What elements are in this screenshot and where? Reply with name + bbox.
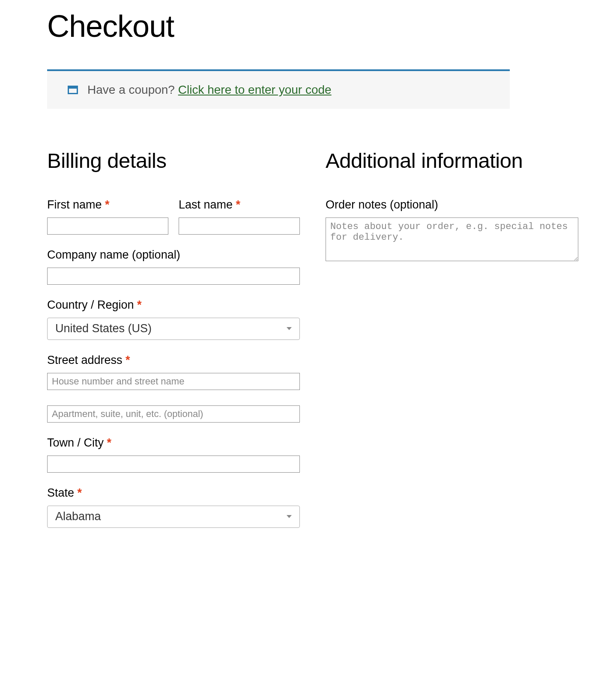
required-star: * <box>107 436 112 449</box>
state-select[interactable]: Alabama <box>47 506 300 528</box>
billing-heading: Billing details <box>47 147 300 175</box>
coupon-prompt: Have a coupon? <box>87 83 178 96</box>
last-name-label-text: Last name <box>179 198 236 211</box>
required-star: * <box>78 486 82 499</box>
company-input[interactable] <box>47 268 300 285</box>
coupon-banner: Have a coupon? Click here to enter your … <box>47 69 510 109</box>
first-name-label: First name * <box>47 198 168 211</box>
country-select-value: United States (US) <box>55 322 287 335</box>
state-label-text: State <box>47 486 78 499</box>
company-label: Company name (optional) <box>47 248 300 262</box>
state-select-value: Alabama <box>55 510 287 523</box>
street-line1-input[interactable] <box>47 373 300 390</box>
last-name-label: Last name * <box>179 198 300 211</box>
chevron-down-icon <box>287 327 292 330</box>
last-name-input[interactable] <box>179 217 300 235</box>
order-notes-textarea[interactable] <box>326 217 578 261</box>
first-name-label-text: First name <box>47 198 105 211</box>
country-select[interactable]: United States (US) <box>47 318 300 340</box>
additional-heading: Additional information <box>326 147 578 175</box>
city-label-text: Town / City <box>47 436 107 449</box>
coupon-text: Have a coupon? Click here to enter your … <box>87 83 332 97</box>
city-label: Town / City * <box>47 436 300 450</box>
required-star: * <box>126 354 130 366</box>
country-label: Country / Region * <box>47 298 300 312</box>
street-line2-input[interactable] <box>47 405 300 423</box>
coupon-link[interactable]: Click here to enter your code <box>178 83 332 96</box>
required-star: * <box>236 198 241 211</box>
required-star: * <box>105 198 110 211</box>
street-label-text: Street address <box>47 354 126 366</box>
order-notes-label: Order notes (optional) <box>326 198 578 211</box>
first-name-input[interactable] <box>47 217 168 235</box>
coupon-icon <box>68 86 78 94</box>
chevron-down-icon <box>287 515 292 518</box>
state-label: State * <box>47 486 300 500</box>
country-label-text: Country / Region <box>47 298 137 311</box>
required-star: * <box>137 298 142 311</box>
street-label: Street address * <box>47 354 300 367</box>
page-title: Checkout <box>47 9 510 44</box>
city-input[interactable] <box>47 456 300 473</box>
